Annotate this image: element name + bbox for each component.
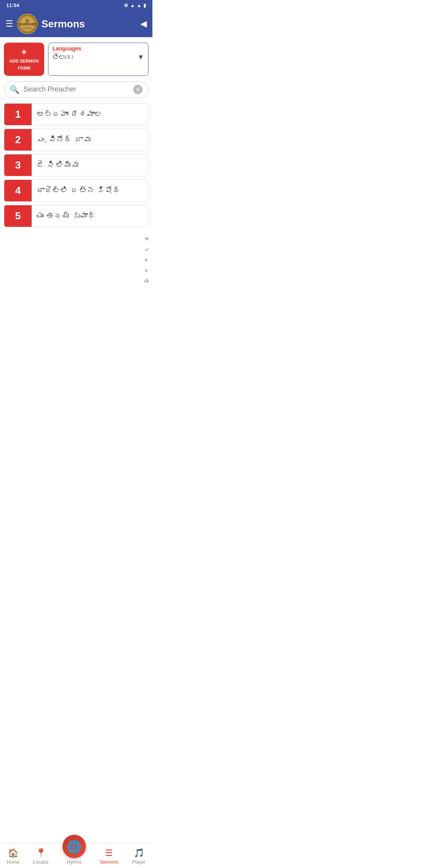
wifi-icon: ▲ bbox=[130, 3, 135, 8]
preacher-number: 2 bbox=[4, 129, 32, 151]
alpha-item[interactable]: య bbox=[141, 276, 152, 287]
alpha-item[interactable]: ద bbox=[141, 265, 152, 276]
preacher-list: 1 అబ్రహాం దేశమాల 2 ఎం. వినోద్ రావు 3 జె … bbox=[4, 103, 148, 230]
clear-search-icon[interactable]: ✕ bbox=[133, 85, 143, 94]
search-bar[interactable]: 🔍 ✕ bbox=[4, 81, 148, 98]
status-icons: ⚙ ▲ ▲ ▮ bbox=[124, 3, 146, 8]
back-icon[interactable]: ◀ bbox=[140, 19, 147, 29]
language-select-row: తెలుగు ▼ bbox=[52, 53, 144, 61]
preacher-number: 5 bbox=[4, 205, 32, 227]
preacher-number: 3 bbox=[4, 154, 32, 176]
controls-row: + ADD SERMON FORM Languages తెలుగు ▼ bbox=[0, 37, 152, 78]
chevron-down-icon: ▼ bbox=[137, 53, 144, 61]
preacher-name: యం ఉదయ్ కుమార్ bbox=[32, 205, 148, 227]
plus-icon: + bbox=[21, 47, 27, 57]
signal-icon: ▲ bbox=[137, 3, 141, 8]
menu-icon[interactable]: ☰ bbox=[5, 19, 13, 29]
content-area: + ADD SERMON FORM Languages తెలుగు ▼ 🔍 ✕… bbox=[0, 37, 152, 264]
app-header: ☰ CHURCHES OF CHRIST Sermons ◀ bbox=[0, 11, 152, 37]
svg-point-5 bbox=[25, 19, 29, 23]
preacher-name: ఎం. వినోద్ రావు bbox=[32, 129, 148, 151]
alpha-item[interactable]: ఎ bbox=[141, 244, 152, 255]
preacher-name: దారెల్లి రత్న కిషోర్ bbox=[32, 180, 148, 201]
preacher-row[interactable]: 1 అబ్రహాం దేశమాల bbox=[4, 103, 148, 126]
page-title: Sermons bbox=[41, 18, 136, 30]
language-label: Languages bbox=[52, 45, 144, 52]
battery-icon: ▮ bbox=[143, 3, 146, 8]
add-sermon-line2: FORM bbox=[18, 65, 30, 71]
list-area: 1 అబ్రహాం దేశమాల 2 ఎం. వినోద్ రావు 3 జె … bbox=[0, 101, 152, 233]
preacher-row[interactable]: 3 జె సి లిమ్మ bbox=[4, 154, 148, 176]
alpha-item[interactable]: అ bbox=[141, 234, 152, 244]
status-time: 11:54 bbox=[6, 2, 19, 8]
status-bar: 11:54 ⚙ ▲ ▲ ▮ bbox=[0, 0, 152, 11]
language-value: తెలుగు bbox=[52, 53, 73, 61]
svg-text:CHURCHES: CHURCHES bbox=[18, 22, 37, 26]
add-sermon-line1: ADD SERMON bbox=[9, 58, 39, 64]
settings-icon: ⚙ bbox=[124, 3, 128, 8]
add-sermon-button[interactable]: + ADD SERMON FORM bbox=[4, 43, 44, 76]
preacher-row[interactable]: 5 యం ఉదయ్ కుమార్ bbox=[4, 205, 148, 227]
preacher-number: 4 bbox=[4, 180, 32, 201]
alpha-item[interactable]: జ bbox=[141, 255, 152, 265]
preacher-number: 1 bbox=[4, 104, 32, 125]
language-dropdown[interactable]: Languages తెలుగు ▼ bbox=[48, 43, 148, 76]
preacher-row[interactable]: 4 దారెల్లి రత్న కిషోర్ bbox=[4, 179, 148, 202]
search-icon: 🔍 bbox=[10, 85, 20, 94]
alpha-scroll[interactable]: అఎజదయ bbox=[141, 234, 152, 287]
app-logo: CHURCHES OF CHRIST bbox=[17, 14, 38, 34]
preacher-name: జె సి లిమ్మ bbox=[32, 154, 148, 176]
search-input[interactable] bbox=[23, 85, 133, 93]
preacher-name: అబ్రహాం దేశమాల bbox=[32, 104, 148, 125]
preacher-row[interactable]: 2 ఎం. వినోద్ రావు bbox=[4, 129, 148, 151]
svg-text:CHRIST: CHRIST bbox=[23, 27, 32, 29]
